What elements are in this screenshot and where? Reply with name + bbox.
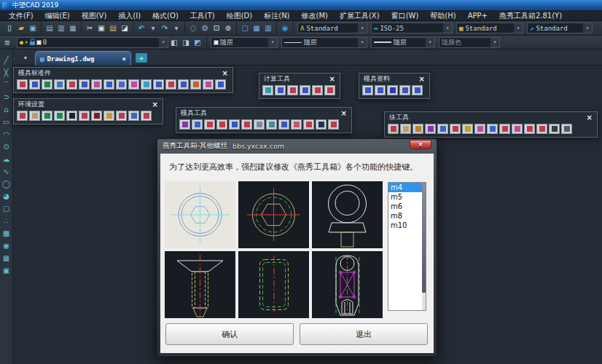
palette-0-tool-icon-0[interactable]	[17, 79, 28, 90]
chevron-down-icon[interactable]: ▾	[358, 38, 367, 47]
undo-icon[interactable]: ↶	[136, 23, 147, 33]
window-titlebar[interactable]: 中望CAD 2019	[0, 0, 602, 10]
confirm-button[interactable]: 确认	[165, 323, 294, 345]
palette-5-tool-icon-10[interactable]	[512, 124, 523, 134]
palette-0-tool-icon-13[interactable]	[178, 79, 189, 90]
palette-3-tool-icon-10[interactable]	[141, 111, 152, 121]
palette-0-tool-icon-8[interactable]	[116, 79, 127, 90]
palette-titlebar[interactable]: 模具资料 ×	[359, 74, 429, 84]
palette-5-tool-icon-9[interactable]	[499, 124, 510, 134]
menu-item-12[interactable]: APP+	[462, 10, 493, 21]
thumbnail-hex-set-screw-top-view[interactable]	[238, 181, 309, 248]
scrollbar-thumb[interactable]	[422, 183, 426, 293]
menu-item-9[interactable]: 扩展工具(X)	[334, 10, 386, 21]
draw-tool-icon-5[interactable]: ▭	[3, 117, 9, 127]
chevron-down-icon[interactable]: ▾	[358, 23, 367, 33]
palette-5-tool-icon-0[interactable]	[388, 124, 399, 134]
palette-0-tool-icon-10[interactable]	[141, 79, 152, 90]
palette-5-tool-icon-5[interactable]	[450, 124, 461, 134]
palette-0-tool-icon-4[interactable]	[66, 79, 77, 90]
palette-3-tool-icon-6[interactable]	[91, 111, 102, 121]
menu-item-5[interactable]: 工具(T)	[184, 10, 221, 21]
menu-item-4[interactable]: 格式(O)	[146, 10, 184, 21]
palette-0-tool-icon-1[interactable]	[29, 79, 40, 90]
palette-5-tool-icon-2[interactable]	[413, 124, 423, 134]
size-option-m6[interactable]: m6	[388, 202, 426, 211]
palette-0-tool-icon-6[interactable]	[91, 79, 102, 90]
close-icon[interactable]: ×	[419, 76, 425, 83]
palette-4-tool-icon-1[interactable]	[192, 119, 203, 130]
undo-dropdown-icon[interactable]: ▾	[147, 23, 159, 33]
palette-5-tool-icon-12[interactable]	[536, 124, 547, 134]
chevron-down-icon[interactable]: ▾	[426, 38, 434, 47]
palette-titlebar[interactable]: 环境设置 ×	[14, 99, 163, 110]
chevron-down-icon[interactable]: ▾	[268, 38, 277, 47]
multileader-style-combo[interactable]: ↗Standard▾	[527, 23, 593, 33]
palette-titlebar[interactable]: 计算工具 ×	[259, 74, 340, 84]
palette-4-tool-icon-3[interactable]	[216, 119, 227, 130]
dialog-titlebar[interactable]: 燕秀工具箱-其他螺丝 bbs.yxcax.com ×	[157, 139, 437, 152]
palette-4-tool-icon-12[interactable]	[328, 119, 339, 130]
palette-1-tool-icon-1[interactable]	[275, 85, 286, 95]
color-combo[interactable]: 随层 ▾	[211, 37, 278, 48]
thumbnail-socket-screw-top-view[interactable]	[165, 181, 235, 248]
layer-manager-icon[interactable]: ≣	[1, 37, 13, 48]
draw-tool-icon-1[interactable]: ╳	[4, 68, 8, 77]
thumbnail-dowel-outline[interactable]	[238, 251, 309, 318]
cut-icon[interactable]: ✂	[84, 23, 95, 33]
palette-4-tool-icon-7[interactable]	[266, 119, 277, 130]
palette-1-tool-icon-3[interactable]	[300, 85, 310, 95]
palette-2-tool-icon-3[interactable]	[399, 85, 410, 95]
linetype-combo[interactable]: 随层 ▾	[281, 37, 367, 48]
dialog-close-button[interactable]: ×	[410, 140, 431, 149]
draw-tool-icon-8[interactable]: ☁	[3, 154, 10, 164]
chevron-down-icon[interactable]: ▾	[490, 38, 499, 47]
palette-5-tool-icon-7[interactable]	[474, 124, 485, 134]
palette-1-tool-icon-4[interactable]	[312, 85, 323, 95]
size-option-m10[interactable]: m10	[388, 221, 426, 230]
palette-5-tool-icon-1[interactable]	[400, 124, 411, 134]
palette-1-tool-icon-5[interactable]	[324, 85, 335, 95]
palette-3-tool-icon-0[interactable]	[17, 111, 28, 121]
palette-3-tool-icon-1[interactable]	[29, 111, 40, 121]
new-tab-button[interactable]: +	[136, 53, 147, 63]
save-icon[interactable]: ▣	[27, 23, 39, 33]
redo-icon[interactable]: ↷	[159, 23, 171, 33]
menu-item-11[interactable]: 帮助(H)	[424, 10, 461, 21]
chevron-down-icon[interactable]: ▾	[514, 23, 523, 33]
document-tab-active[interactable]: ▤ Drawing1.dwg ×	[35, 51, 131, 66]
thumbnail-spring-screw[interactable]	[312, 251, 383, 318]
palette-titlebar[interactable]: 模具标准件 ×	[14, 68, 232, 79]
palette-1-tool-icon-2[interactable]	[287, 85, 298, 95]
menu-item-8[interactable]: 修改(M)	[296, 10, 334, 21]
chevron-down-icon[interactable]: ▾	[583, 23, 592, 33]
open-file-icon[interactable]: ▰	[15, 23, 27, 33]
palette-0-tool-icon-16[interactable]	[215, 79, 226, 90]
palette-5-tool-icon-4[interactable]	[437, 124, 448, 134]
new-file-icon[interactable]: ▯	[4, 23, 15, 33]
palette-0-tool-icon-7[interactable]	[103, 79, 114, 90]
print-preview-icon[interactable]: ▥	[55, 23, 67, 33]
model-space-icon[interactable]: ▢	[239, 23, 251, 33]
palette-4-tool-icon-8[interactable]	[278, 119, 289, 130]
menu-item-10[interactable]: 窗口(W)	[386, 10, 425, 21]
palette-2-tool-icon-4[interactable]	[412, 85, 423, 95]
palette-3-tool-icon-5[interactable]	[79, 111, 90, 121]
paste-icon[interactable]: ▤	[107, 23, 119, 33]
close-icon[interactable]: ×	[341, 110, 347, 117]
table-style-combo[interactable]: ▦Standard▾	[456, 23, 523, 33]
size-listbox[interactable]: m4m5m6m8m10	[388, 182, 426, 311]
palette-3-tool-icon-3[interactable]	[54, 111, 65, 121]
menu-item-7[interactable]: 标注(N)	[258, 10, 295, 21]
close-icon[interactable]: ×	[152, 101, 158, 108]
palette-4-tool-icon-4[interactable]	[229, 119, 240, 130]
palette-4-tool-icon-2[interactable]	[204, 119, 215, 130]
palette-0-tool-icon-5[interactable]	[79, 79, 90, 90]
thumbnail-countersunk-screw-front-view[interactable]	[165, 251, 235, 318]
tab-close-icon[interactable]: ×	[122, 55, 126, 63]
close-icon[interactable]: ×	[222, 70, 228, 77]
palette-0-tool-icon-9[interactable]	[128, 79, 139, 90]
palette-4-tool-icon-5[interactable]	[241, 119, 252, 130]
palette-titlebar[interactable]: 块工具 ×	[385, 112, 597, 123]
online-help-icon[interactable]: ◉	[279, 23, 291, 33]
